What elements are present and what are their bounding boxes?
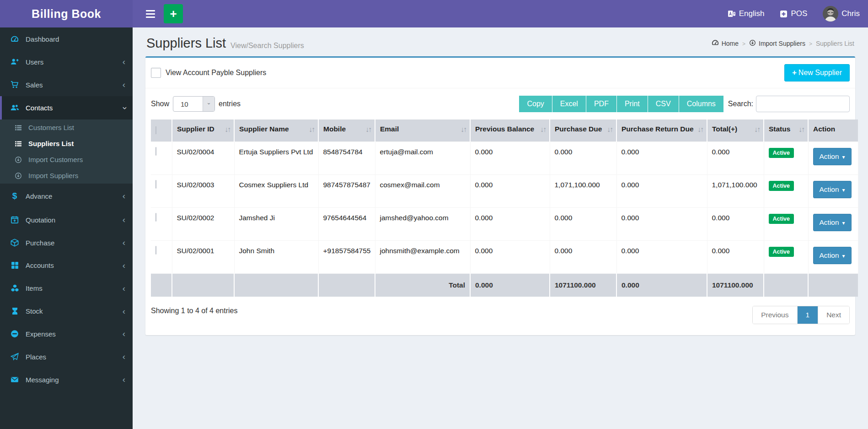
status-badge: Active <box>769 181 794 191</box>
top-navbar: Billing Book English POS Chris <box>0 0 868 27</box>
table-row: SU/02/0002 Jamshed Ji 97654644564 jamshe… <box>151 208 858 241</box>
sidebar-toggle-icon[interactable] <box>141 4 160 23</box>
quick-add-button[interactable] <box>164 4 183 23</box>
pos-menu[interactable]: POS <box>780 9 807 18</box>
export-print-button[interactable]: Print <box>617 96 648 112</box>
language-menu[interactable]: English <box>728 9 765 18</box>
column-purchase-due[interactable]: Purchase Due <box>550 119 616 142</box>
sidebar-item-contacts[interactable]: Contacts <box>0 96 133 119</box>
box-header: View Account Payble Suppliers New Suppli… <box>145 58 855 88</box>
pagination-next[interactable]: Next <box>818 306 849 324</box>
row-checkbox[interactable] <box>155 147 156 156</box>
sidebar-item-sales[interactable]: Sales <box>0 73 133 96</box>
row-checkbox[interactable] <box>155 213 156 222</box>
sidebar-item-import-customers[interactable]: Import Customers <box>0 152 133 168</box>
sidebar-item-accounts[interactable]: Accounts <box>0 254 133 277</box>
brand-logo[interactable]: Billing Book <box>0 0 133 27</box>
sidebar-item-users[interactable]: Users <box>0 50 133 73</box>
payble-filter-checkbox[interactable] <box>151 68 161 78</box>
column-total[interactable]: Total(+) <box>707 119 764 142</box>
select-all-checkbox[interactable] <box>155 126 156 135</box>
row-checkbox[interactable] <box>155 246 156 255</box>
footer-previous-balance: 0.000 <box>470 274 550 297</box>
cell-total: 0.000 <box>707 241 764 274</box>
breadcrumb-import-suppliers[interactable]: Import Suppliers <box>749 39 805 48</box>
export-csv-button[interactable]: CSV <box>648 96 679 112</box>
controls-right: Copy Excel PDF Print CSV Columns Search: <box>519 96 850 112</box>
sort-icon <box>754 125 760 134</box>
minus-circle-icon <box>9 330 20 338</box>
sidebar-item-label: Accounts <box>26 261 54 269</box>
cell-supplier-name: Jamshed Ji <box>234 208 318 241</box>
column-status[interactable]: Status <box>764 119 808 142</box>
sidebar-item-stock[interactable]: Stock <box>0 300 133 322</box>
column-previous-balance[interactable]: Previous Balance <box>470 119 550 142</box>
column-supplier-name[interactable]: Supplier Name <box>234 119 318 142</box>
chevron-left-icon <box>123 194 125 198</box>
column-purchase-return-due[interactable]: Purchase Return Due <box>616 119 707 142</box>
row-action-button[interactable]: Action <box>813 181 852 198</box>
new-supplier-button[interactable]: New Supplier <box>784 64 850 81</box>
column-supplier-id[interactable]: Supplier ID <box>172 119 234 142</box>
sidebar-item-advance[interactable]: $ Advance <box>0 184 133 208</box>
sidebar-item-dashboard[interactable]: Dashboard <box>0 27 133 50</box>
row-action-button[interactable]: Action <box>813 247 852 264</box>
search-input[interactable] <box>756 96 850 112</box>
pos-plus-square-icon <box>780 10 788 18</box>
export-pdf-button[interactable]: PDF <box>586 96 617 112</box>
sidebar-item-label: Advance <box>26 192 52 200</box>
cell-email: jamshed@yahoo.com <box>375 208 470 241</box>
sidebar-item-places[interactable]: Places <box>0 345 133 368</box>
table-footer-row: Total 0.000 1071100.000 0.000 1071100.00… <box>151 274 858 297</box>
avatar <box>823 6 838 22</box>
column-mobile[interactable]: Mobile <box>318 119 375 142</box>
sidebar-item-purchase[interactable]: Purchase <box>0 231 133 254</box>
sidebar-item-customers-list[interactable]: Customers List <box>0 119 133 136</box>
sort-icon <box>365 125 371 134</box>
column-email[interactable]: Email <box>375 119 470 142</box>
sidebar-item-suppliers-list[interactable]: Suppliers List <box>0 136 133 152</box>
user-name: Chris <box>841 9 860 18</box>
sidebar-item-import-suppliers[interactable]: Import Suppliers <box>0 168 133 184</box>
pagination-previous[interactable]: Previous <box>753 306 797 324</box>
table-row: SU/02/0001 John Smith +91857584755 johns… <box>151 241 858 274</box>
cube-icon <box>9 239 20 247</box>
user-plus-icon <box>9 58 20 66</box>
page-title: Suppliers List <box>146 36 226 51</box>
user-menu[interactable]: Chris <box>823 6 860 22</box>
cell-email: cosmex@mail.com <box>375 175 470 208</box>
export-copy-button[interactable]: Copy <box>519 96 552 112</box>
sidebar-item-quotation[interactable]: Quotation <box>0 208 133 231</box>
cell-previous-balance: 0.000 <box>470 241 550 274</box>
sidebar-item-expenses[interactable]: Expenses <box>0 322 133 345</box>
cell-email: johnsmith@example.com <box>375 241 470 274</box>
export-columns-button[interactable]: Columns <box>679 96 723 112</box>
sidebar-item-items[interactable]: Items <box>0 277 133 300</box>
cell-supplier-id: SU/02/0002 <box>172 208 234 241</box>
row-action-button[interactable]: Action <box>813 148 852 165</box>
sort-icon <box>697 125 703 134</box>
pagination-current-page[interactable]: 1 <box>798 306 819 324</box>
chevron-down-icon <box>203 97 214 111</box>
arrow-circle-down-icon <box>13 156 24 163</box>
sort-icon <box>798 125 804 134</box>
footer-purchase-due: 1071100.000 <box>550 274 616 297</box>
cell-mobile: +91857584755 <box>318 241 375 274</box>
chevron-left-icon <box>123 286 125 291</box>
arrow-circle-down-icon <box>13 172 24 179</box>
page-length-select[interactable]: 10 <box>173 96 215 112</box>
breadcrumb-home[interactable]: Home <box>712 39 739 48</box>
sidebar-item-messaging[interactable]: Messaging <box>0 368 133 391</box>
breadcrumb-label: Suppliers List <box>816 40 854 47</box>
chevron-left-icon <box>123 263 125 268</box>
page-subtitle: View/Search Suppliers <box>230 37 304 50</box>
export-button-group: Copy Excel PDF Print CSV Columns <box>519 96 723 112</box>
cell-purchase-due: 0.000 <box>550 241 616 274</box>
cell-mobile: 97654644564 <box>318 208 375 241</box>
export-excel-button[interactable]: Excel <box>552 96 586 112</box>
chevron-left-icon <box>123 309 125 314</box>
row-action-button[interactable]: Action <box>813 214 852 231</box>
footer-total-label: Total <box>375 274 470 297</box>
entries-label: entries <box>219 100 241 108</box>
row-checkbox[interactable] <box>155 180 156 189</box>
